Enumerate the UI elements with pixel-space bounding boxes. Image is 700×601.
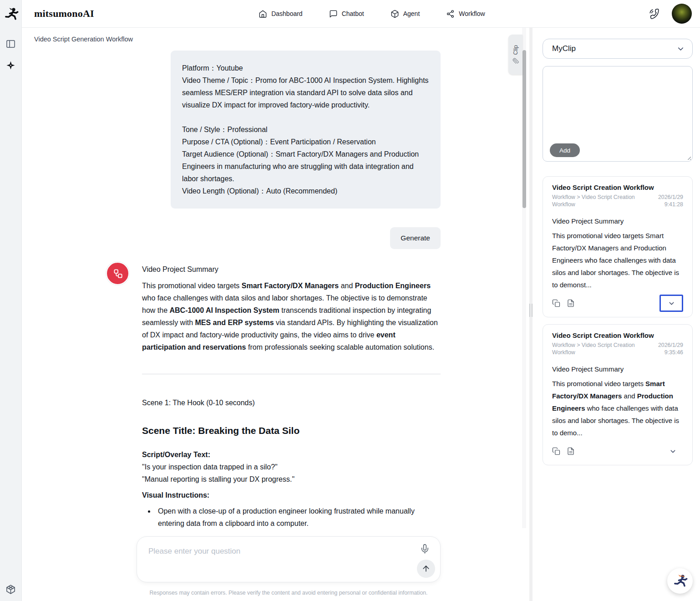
card-time: 9:35:46 (658, 349, 683, 356)
scene-title: Scene Title: Breaking the Data Silo (142, 424, 441, 437)
ninja-fab-icon (672, 573, 688, 589)
paperclip-icon (512, 58, 519, 64)
panel-toggle-icon (5, 39, 16, 49)
send-button[interactable] (417, 560, 435, 578)
send-icon (421, 564, 431, 573)
focused-expand-ring (659, 295, 683, 312)
document-button[interactable] (567, 447, 575, 455)
package-box-icon (391, 10, 399, 18)
disclaimer: Responses may contain errors. Please ver… (137, 590, 441, 596)
card-time: 9:41:28 (658, 201, 683, 208)
panel-resize-handle[interactable] (529, 304, 533, 317)
chat-main: Video Script Generation Workflow Platfor… (22, 28, 529, 601)
assistant-fab[interactable] (667, 568, 693, 594)
copy-icon (552, 447, 560, 455)
mic-button[interactable] (420, 544, 430, 554)
visual-instruction-item: Open with a close-up of a production eng… (155, 505, 441, 530)
nav-agent[interactable]: Agent (391, 10, 420, 18)
assistant-content: Video Project Summary This promotional v… (142, 262, 441, 530)
card-date: 2026/1/29 (658, 341, 683, 349)
chat-bubble-icon (329, 10, 338, 18)
card-footer (552, 295, 683, 311)
scrollbar-thumb[interactable] (522, 50, 526, 208)
clip-input-wrap: Add (543, 66, 693, 162)
expand-card-button[interactable] (662, 444, 683, 458)
copy-button[interactable] (552, 299, 560, 307)
card-body: Video Project Summary This promotional v… (552, 215, 683, 291)
question-input[interactable] (137, 537, 406, 582)
chevron-down-icon (676, 45, 685, 53)
card-meta: Workflow > Video Script Creation Workflo… (552, 341, 683, 356)
summary-title: Video Project Summary (142, 263, 441, 275)
chevron-down-icon (668, 300, 675, 307)
card-body-text: This promotional video targets Smart Fac… (552, 377, 683, 439)
clip-collection-select[interactable]: MyClip (543, 39, 693, 59)
card-body-text: This promotional video targets Smart Fac… (552, 229, 683, 291)
sparkle-button[interactable] (5, 60, 16, 71)
nav-label: Workflow (459, 10, 485, 17)
card-datetime: 2026/1/29 9:35:46 (658, 341, 683, 356)
clip-card[interactable]: Video Script Creation Workflow Workflow … (543, 176, 693, 317)
script-line: "Manual reporting is stalling your DX pr… (142, 473, 441, 485)
chat-thread: Platform：Youtube Video Theme / Topic：Pro… (142, 51, 441, 530)
nav-chatbot[interactable]: Chatbot (329, 10, 364, 18)
clip-tab[interactable]: Clip (508, 35, 522, 75)
visual-instructions-list: Open with a close-up of a production eng… (142, 505, 441, 530)
card-breadcrumb: Workflow > Video Script Creation Workflo… (552, 341, 641, 356)
nav-dashboard[interactable]: Dashboard (259, 10, 303, 18)
clip-card[interactable]: Video Script Creation Workflow Workflow … (543, 324, 693, 465)
clip-tab-label: Clip (512, 45, 519, 55)
card-title: Video Script Creation Workflow (552, 331, 683, 339)
mic-icon (420, 544, 430, 554)
nav-workflow[interactable]: Workflow (446, 10, 485, 18)
script-overlay-label: Script/Overlay Text: (142, 448, 441, 461)
card-date: 2026/1/29 (658, 194, 683, 201)
copy-button[interactable] (552, 447, 560, 455)
assistant-avatar-icon (112, 268, 124, 280)
copy-icon (552, 299, 560, 307)
card-datetime: 2026/1/29 9:41:28 (658, 194, 683, 208)
assistant-avatar (106, 262, 129, 285)
card-body-title: Video Project Summary (552, 215, 683, 227)
chevron-down-icon (669, 448, 677, 455)
panel-toggle-button[interactable] (5, 39, 16, 49)
nav-label: Agent (403, 10, 420, 17)
card-body-title: Video Project Summary (552, 363, 683, 375)
sandbox-cube-button[interactable] (5, 584, 16, 595)
add-clip-button[interactable]: Add (550, 143, 580, 157)
file-text-icon (567, 447, 575, 455)
card-breadcrumb: Workflow > Video Script Creation Workflo… (552, 194, 641, 208)
app-root: mitsumonoAI Dashboard Chatbot (0, 0, 700, 601)
sparkle-icon (5, 60, 16, 71)
top-header: mitsumonoAI Dashboard Chatbot (22, 0, 700, 28)
brand-logo-icon[interactable] (0, 0, 22, 28)
share-nodes-icon (446, 10, 455, 18)
user-message: Platform：Youtube Video Theme / Topic：Pro… (171, 51, 441, 209)
brand-name: mitsumonoAI (34, 8, 94, 20)
main-scrollbar[interactable] (522, 28, 526, 528)
page-title: Video Script Generation Workflow (34, 36, 529, 43)
main-nav: Dashboard Chatbot Agent W (259, 10, 485, 18)
panel-divider (529, 28, 533, 601)
nav-label: Dashboard (271, 10, 303, 17)
generate-button[interactable]: Generate (390, 227, 441, 249)
summary-paragraph: This promotional video targets Smart Fac… (142, 280, 441, 353)
phone-icon (649, 8, 660, 20)
voice-call-button[interactable] (649, 9, 660, 19)
nav-label: Chatbot (342, 10, 364, 17)
expand-card-button[interactable] (661, 296, 682, 311)
assistant-message: Video Project Summary This promotional v… (106, 262, 441, 530)
scene-label: Scene 1: The Hook (0-10 seconds) (142, 397, 441, 409)
clip-panel: MyClip Add Video Script Creation Workflo… (533, 28, 700, 601)
file-text-icon (567, 299, 575, 307)
card-meta: Workflow > Video Script Creation Workflo… (552, 194, 683, 208)
question-input-box (137, 536, 441, 582)
card-body: Video Project Summary This promotional v… (552, 363, 683, 439)
document-button[interactable] (567, 299, 575, 307)
user-avatar[interactable] (672, 4, 692, 24)
visual-instructions-label: Visual Instructions: (142, 489, 441, 501)
left-rail (0, 0, 22, 601)
clip-collection-value: MyClip (552, 44, 576, 53)
card-footer (552, 443, 683, 459)
topbar-right (649, 4, 692, 24)
